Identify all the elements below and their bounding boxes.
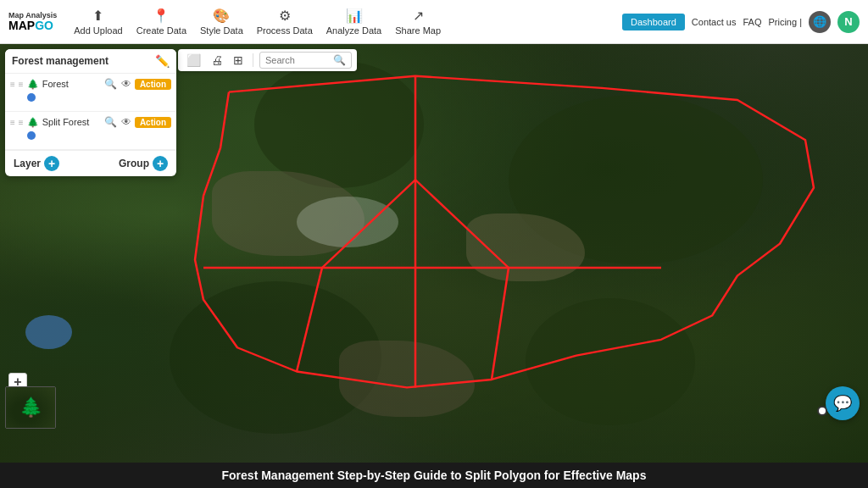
logo-go: GO <box>35 19 53 32</box>
nav-analyze-data[interactable]: 📊 Analyze Data <box>326 8 381 36</box>
split-forest-dot-row <box>10 129 171 146</box>
bottom-bar: Forest Management Step-by-Step Guide to … <box>0 463 868 488</box>
panel-footer: Layer + Group + <box>5 150 176 176</box>
logo-text-bottom: MAPGO <box>8 19 57 31</box>
add-layer-button[interactable]: Layer + <box>14 156 59 171</box>
nav-process-data[interactable]: ⚙ Process Data <box>257 8 313 36</box>
minimap-inner: 🌲 <box>6 387 55 428</box>
analyze-data-icon: 📊 <box>346 8 363 24</box>
dashboard-button[interactable]: Dashboard <box>622 14 685 30</box>
forest-layer-controls: 🔍 👁 Action <box>103 77 171 91</box>
toolbar-print-btn[interactable]: 🖨 <box>208 52 226 69</box>
chat-button[interactable]: 💬 <box>826 386 860 420</box>
logo-map: MAP <box>8 19 35 32</box>
layer-item-forest: ≡ ≡ 🌲 Forest 🔍 👁 Action <box>5 74 176 112</box>
toolbar-layers-btn[interactable]: ⊞ <box>230 52 247 69</box>
nav-add-upload-label: Add Upload <box>74 25 123 36</box>
nav-add-upload[interactable]: ⬆ Add Upload <box>74 8 123 36</box>
layer-panel: Forest management ✏️ ≡ ≡ 🌲 Forest 🔍 👁 Ac… <box>5 49 176 176</box>
layer-row-split-forest: ≡ ≡ 🌲 Split Forest 🔍 👁 Action <box>10 115 171 129</box>
globe-icon: 🌐 <box>809 11 831 33</box>
panel-header: Forest management ✏️ <box>5 49 176 74</box>
forest-dot <box>27 93 36 102</box>
forest-layer-name: Forest <box>42 79 100 89</box>
avatar[interactable]: N <box>837 11 860 33</box>
contact-link[interactable]: Contact us <box>692 17 737 27</box>
nav-share-map-label: Share Map <box>395 25 441 36</box>
toolbar-divider <box>253 53 253 67</box>
split-forest-dot <box>27 131 36 140</box>
nav-create-data-label: Create Data <box>136 25 186 36</box>
panel-title: Forest management <box>12 55 108 67</box>
split-forest-layer-icon: 🌲 <box>27 117 39 128</box>
search-icon: 🔍 <box>333 54 346 66</box>
forest-layer-icon: 🌲 <box>27 79 39 90</box>
nav-style-data-label: Style Data <box>200 25 243 36</box>
search-input[interactable] <box>265 55 333 65</box>
bottom-title: Forest Management Step-by-Step Guide to … <box>222 469 647 482</box>
nav-right: Dashboard Contact us FAQ Pricing | 🌐 N <box>622 11 860 33</box>
split-forest-layer-controls: 🔍 👁 Action <box>103 115 171 129</box>
drag-handle-split[interactable]: ≡ <box>10 118 15 127</box>
pricing-link[interactable]: Pricing | <box>768 17 802 27</box>
minimap-tree-icon: 🌲 <box>19 396 42 419</box>
add-group-button[interactable]: Group + <box>119 156 168 171</box>
navbar: Map Analysis MAPGO ⬆ Add Upload 📍 Create… <box>0 0 868 44</box>
toolbar-rect-btn[interactable]: ⬜ <box>183 52 204 69</box>
forest-dot-row <box>10 91 171 108</box>
terrain-patch <box>526 298 695 425</box>
split-forest-layer-name: Split Forest <box>42 117 100 127</box>
logo-area: Map Analysis MAPGO <box>8 12 57 31</box>
minimap: 🌲 <box>5 386 56 429</box>
nav-process-data-label: Process Data <box>257 25 313 36</box>
chat-icon: 💬 <box>833 394 852 413</box>
nav-analyze-data-label: Analyze Data <box>326 25 381 36</box>
add-layer-label: Layer <box>14 158 41 169</box>
snow-patch <box>297 197 398 247</box>
terrain-patch <box>254 61 424 188</box>
nav-style-data[interactable]: 🎨 Style Data <box>200 8 243 36</box>
split-forest-eye-btn[interactable]: 👁 <box>120 115 132 129</box>
add-group-label: Group <box>119 158 149 169</box>
layer-item-split-forest: ≡ ≡ 🌲 Split Forest 🔍 👁 Action <box>5 112 176 150</box>
process-data-icon: ⚙ <box>279 8 291 24</box>
forest-search-btn[interactable]: 🔍 <box>103 77 118 91</box>
circle-marker <box>817 406 827 416</box>
lake <box>25 315 72 349</box>
share-map-icon: ↗ <box>413 8 424 24</box>
nav-share-map[interactable]: ↗ Share Map <box>395 8 441 36</box>
create-data-icon: 📍 <box>153 8 170 24</box>
panel-edit-button[interactable]: ✏️ <box>155 54 170 68</box>
search-container: 🔍 <box>259 52 352 69</box>
layer-row-forest: ≡ ≡ 🌲 Forest 🔍 👁 Action <box>10 77 171 91</box>
add-layer-icon: + <box>44 156 59 171</box>
nav-create-data[interactable]: 📍 Create Data <box>136 8 186 36</box>
style-data-icon: 🎨 <box>213 8 230 24</box>
split-forest-search-btn[interactable]: 🔍 <box>103 115 118 129</box>
add-group-icon: + <box>153 156 168 171</box>
map-toolbar: ⬜ 🖨 ⊞ 🔍 <box>178 49 357 71</box>
rock-patch <box>339 341 475 417</box>
drag-handle-forest2: ≡ <box>19 80 24 89</box>
add-upload-icon: ⬆ <box>92 8 103 24</box>
drag-handle-forest[interactable]: ≡ <box>10 80 15 89</box>
faq-link[interactable]: FAQ <box>743 17 761 27</box>
drag-handle-split2: ≡ <box>19 118 24 127</box>
map-area[interactable]: ⬜ 🖨 ⊞ 🔍 Forest management ✏️ ≡ ≡ 🌲 Fores… <box>0 44 868 463</box>
split-forest-action-btn[interactable]: Action <box>135 117 171 128</box>
forest-eye-btn[interactable]: 👁 <box>120 77 132 91</box>
forest-action-btn[interactable]: Action <box>135 79 171 90</box>
